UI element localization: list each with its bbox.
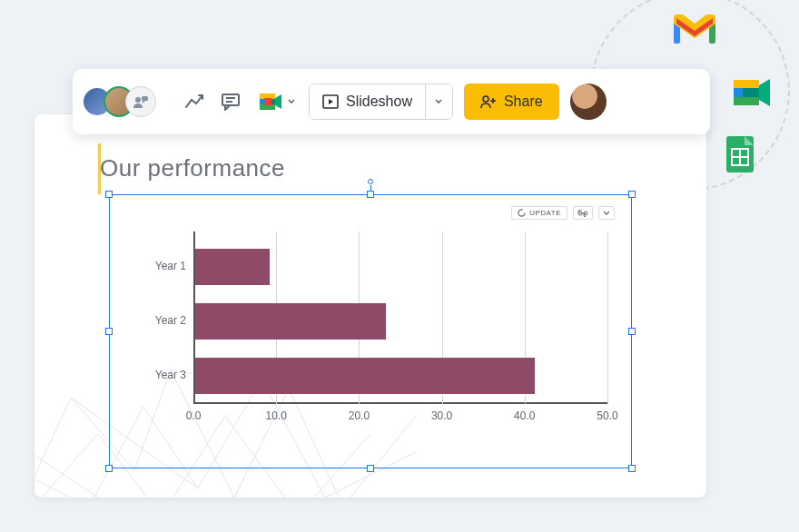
svg-rect-1	[709, 18, 715, 44]
collaborator-avatars[interactable]	[82, 86, 156, 117]
svg-rect-4	[734, 80, 759, 88]
person-speech-icon	[133, 95, 149, 108]
slideshow-split-button: Slideshow	[309, 84, 453, 120]
sheets-icon	[726, 136, 754, 176]
chart-update-label: UPDATE	[529, 209, 561, 217]
svg-rect-0	[674, 18, 680, 44]
svg-point-23	[483, 96, 488, 102]
rotate-handle[interactable]	[368, 179, 373, 184]
activity-button[interactable]	[182, 89, 207, 114]
anonymous-avatar[interactable]	[125, 86, 156, 117]
slide-title: Our performance	[100, 154, 285, 182]
link-icon	[577, 210, 588, 217]
slideshow-button[interactable]: Slideshow	[310, 84, 425, 119]
chart-selection-frame[interactable]: UPDATE 0.010.020.030.040.050.0Year 1Year…	[109, 194, 632, 468]
chart-bar	[195, 358, 535, 394]
axis-x-tick-label: 10.0	[266, 409, 287, 422]
axis-x-tick-label: 20.0	[349, 409, 370, 422]
top-actions-bar: Slideshow Share	[73, 69, 710, 134]
resize-handle-n[interactable]	[367, 191, 374, 198]
chart-plot-area: 0.010.020.030.040.050.0Year 1Year 2Year …	[193, 232, 607, 422]
chart-update-button[interactable]: UPDATE	[511, 206, 567, 220]
resize-handle-w[interactable]	[105, 328, 113, 335]
axis-x-tick-label: 0.0	[186, 409, 202, 422]
comment-icon	[221, 93, 241, 111]
resize-handle-s[interactable]	[367, 465, 374, 472]
chart-menu-button[interactable]	[598, 206, 615, 220]
svg-point-12	[135, 97, 141, 103]
gmail-icon	[674, 15, 715, 49]
chevron-down-icon	[434, 97, 443, 106]
slide-canvas[interactable]: Our performance UPDATE	[35, 114, 706, 498]
chart[interactable]: UPDATE 0.010.020.030.040.050.0Year 1Year…	[123, 204, 620, 458]
chart-unlink-button[interactable]	[573, 206, 593, 220]
meet-icon	[734, 76, 772, 113]
chart-bar	[195, 249, 270, 285]
account-avatar[interactable]	[570, 84, 607, 120]
axis-x-tick-label: 40.0	[514, 409, 535, 422]
chart-bar	[195, 303, 386, 340]
svg-rect-3	[734, 80, 743, 105]
axis-y-tick-label: Year 1	[155, 260, 186, 272]
slideshow-dropdown-button[interactable]	[425, 84, 452, 119]
axis-x-tick-label: 30.0	[431, 409, 452, 422]
comments-button[interactable]	[218, 89, 243, 114]
resize-handle-se[interactable]	[628, 465, 636, 472]
present-to-all-icon	[322, 94, 339, 109]
chevron-down-icon	[603, 210, 610, 217]
svg-rect-13	[142, 96, 148, 101]
trend-icon	[184, 93, 204, 111]
axis-y-tick-label: Year 2	[155, 314, 186, 327]
axis-y-tick-label: Year 3	[155, 369, 186, 381]
svg-rect-21	[264, 98, 271, 105]
present-meet-button[interactable]	[254, 88, 298, 115]
svg-rect-2	[734, 80, 759, 105]
resize-handle-ne[interactable]	[628, 191, 636, 198]
svg-rect-6	[726, 136, 754, 172]
meet-icon	[260, 92, 283, 112]
resize-handle-e[interactable]	[628, 328, 636, 335]
refresh-icon	[518, 209, 526, 217]
gridline	[607, 232, 608, 404]
axis-x-tick-label: 50.0	[597, 409, 617, 422]
share-label: Share	[504, 94, 543, 110]
axis-x	[193, 402, 607, 404]
slideshow-label: Slideshow	[346, 94, 412, 110]
share-people-icon	[480, 94, 497, 109]
resize-handle-sw[interactable]	[105, 465, 113, 472]
share-button[interactable]: Share	[464, 84, 559, 120]
svg-rect-14	[222, 94, 239, 105]
resize-handle-nw[interactable]	[105, 191, 113, 198]
svg-rect-7	[732, 149, 748, 165]
svg-rect-5	[734, 97, 759, 105]
chevron-down-icon	[287, 97, 296, 106]
